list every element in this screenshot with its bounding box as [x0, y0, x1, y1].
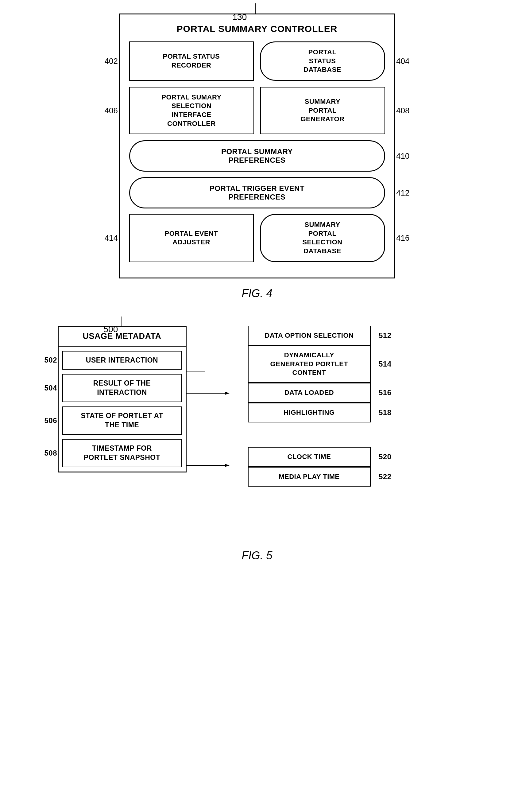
- fig5-ref-516: 516: [379, 388, 392, 398]
- fig5-item-timestamp: 508 TIMESTAMP FOR PORTLET SNAPSHOT: [62, 439, 182, 467]
- fig5-ref-508: 508: [44, 448, 57, 458]
- fig5-ref-520: 520: [379, 452, 392, 462]
- fig5-dynamically-generated: DYNAMICALLY GENERATED PORTLET CONTENT 51…: [248, 345, 371, 383]
- fig5-ref-518: 518: [379, 408, 392, 417]
- fig4-portal-status-database: PORTAL STATUS DATABASE: [260, 41, 385, 81]
- fig5-ref-514: 514: [379, 359, 392, 369]
- fig5-ref-504: 504: [44, 383, 57, 393]
- fig5-highlighting: HIGHLIGHTING 518: [248, 403, 371, 423]
- fig5-caption: FIG. 5: [242, 549, 272, 562]
- fig4-ref-408: 408: [396, 106, 410, 115]
- fig4-summary-portal-selection-database: SUMMARY PORTAL SELECTION DATABASE: [260, 214, 385, 262]
- svg-marker-9: [225, 464, 230, 467]
- fig4-caption: FIG. 4: [242, 287, 272, 300]
- fig5-item-state-portlet: 506 STATE OF PORTLET AT THE TIME: [62, 406, 182, 435]
- fig4-ref-416: 416: [396, 233, 410, 243]
- svg-marker-6: [225, 392, 230, 395]
- fig5-media-play-time: MEDIA PLAY TIME 522: [248, 467, 371, 487]
- fig4-portal-summary-preferences: PORTAL SUMMARY PREFERENCES: [129, 140, 385, 172]
- fig5-connectors: [187, 326, 248, 541]
- fig4-portal-event-adjuster: PORTAL EVENT ADJUSTER: [129, 214, 254, 262]
- fig4-ref-414: 414: [104, 233, 118, 243]
- fig5-usage-metadata-title: USAGE METADATA: [59, 327, 186, 347]
- fig4-row1: 402 PORTAL STATUS RECORDER PORTAL STATUS…: [129, 41, 385, 81]
- fig4-portal-status-recorder: PORTAL STATUS RECORDER: [129, 41, 254, 81]
- fig5-left-box: USAGE METADATA 502 USER INTERACTION 504 …: [58, 326, 187, 472]
- fig5-data-option-selection: DATA OPTION SELECTION 512: [248, 326, 371, 346]
- fig4-title: PORTAL SUMMARY CONTROLLER: [129, 24, 385, 34]
- fig5-data-loaded: DATA LOADED 516: [248, 383, 371, 403]
- fig4-summary-portal-generator: SUMMARY PORTAL GENERATOR: [260, 87, 385, 134]
- fig5-ref-502: 502: [44, 355, 57, 365]
- fig5-ref-512: 512: [379, 330, 392, 340]
- fig4-ref-406: 406: [104, 106, 118, 115]
- fig4-portal-summary-selection: PORTAL SUMARY SELECTION INTERFACE CONTRO…: [129, 87, 254, 134]
- fig4-section: 130 PORTAL SUMMARY CONTROLLER 402 PORTAL…: [19, 12, 495, 300]
- fig5-clock-time: CLOCK TIME 520: [248, 447, 371, 467]
- fig5-right-groups: DATA OPTION SELECTION 512 DYNAMICALLY GE…: [248, 326, 371, 496]
- fig4-portal-trigger-event-preferences: PORTAL TRIGGER EVENT PREFERENCES: [129, 177, 385, 208]
- fig5-group1: DATA OPTION SELECTION 512 DYNAMICALLY GE…: [248, 326, 371, 423]
- fig5-section: 500 USAGE METADATA 502 USER INTERACTION …: [19, 324, 495, 562]
- fig5-ref-522: 522: [379, 472, 392, 482]
- fig4-row2: 406 PORTAL SUMARY SELECTION INTERFACE CO…: [129, 87, 385, 134]
- fig5-item-result-interaction: 504 RESULT OF THE INTERACTION: [62, 374, 182, 402]
- fig5-group2: CLOCK TIME 520 MEDIA PLAY TIME 522: [248, 447, 371, 487]
- diagram-container: 130 PORTAL SUMMARY CONTROLLER 402 PORTAL…: [19, 12, 495, 562]
- fig4-ref-402: 402: [104, 56, 118, 66]
- fig5-ref-506: 506: [44, 416, 57, 426]
- fig4-ref-410: 410: [396, 151, 410, 161]
- fig4-ref-412: 412: [396, 188, 410, 198]
- fig5-item-user-interaction: 502 USER INTERACTION: [62, 351, 182, 370]
- fig4-ref-404: 404: [396, 56, 410, 66]
- fig4-outer-box: PORTAL SUMMARY CONTROLLER 402 PORTAL STA…: [119, 13, 395, 279]
- fig4-row3: 414 PORTAL EVENT ADJUSTER SUMMARY PORTAL…: [129, 214, 385, 262]
